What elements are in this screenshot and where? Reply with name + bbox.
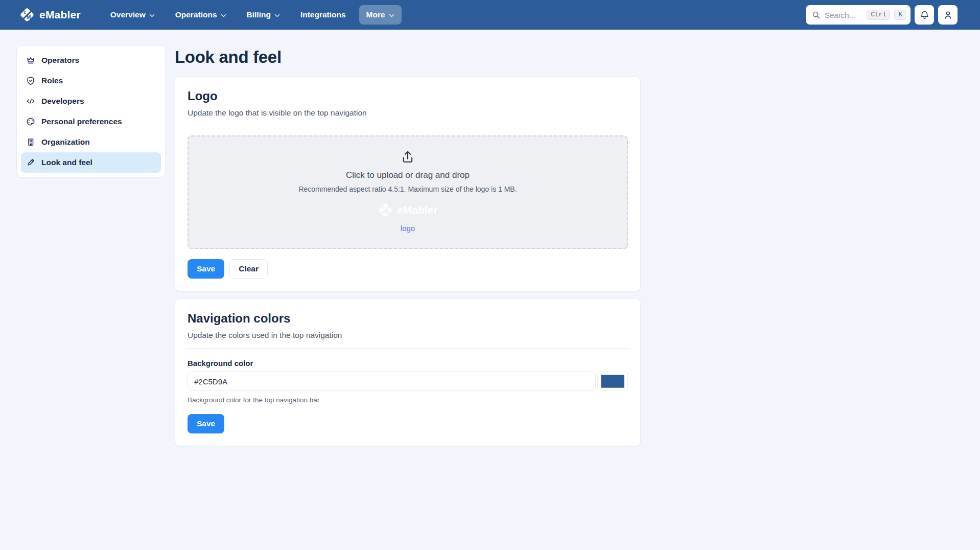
- palette-icon: [26, 117, 35, 126]
- color-picker[interactable]: [597, 372, 628, 391]
- divider: [188, 348, 628, 349]
- brand-name: eMabler: [39, 9, 81, 21]
- sidebar-item-look-and-feel[interactable]: Look and feel: [21, 152, 161, 173]
- nav-item-operations[interactable]: Operations: [168, 5, 234, 25]
- emabler-logo-icon: e M: [19, 7, 35, 22]
- background-color-label: Background color: [188, 359, 628, 368]
- background-color-input[interactable]: [188, 372, 596, 391]
- logo-card-subtitle: Update the logo that is visible on the t…: [188, 108, 628, 118]
- sidebar-item-label: Personal preferences: [41, 117, 122, 126]
- settings-sidebar: Operators Roles Developers Personal pref…: [16, 45, 166, 177]
- shortcut-key-ctrl: Ctrl: [867, 10, 890, 20]
- sidebar-item-label: Developers: [41, 97, 84, 106]
- logo-dropzone[interactable]: Click to upload or drag and drop Recomme…: [188, 135, 628, 249]
- preview-brand-name: eMabler: [397, 204, 437, 216]
- dropzone-hint-text: Recommended aspect ratio 4.5:1. Maximum …: [298, 185, 517, 193]
- logo-card-title: Logo: [188, 89, 628, 103]
- paintbrush-icon: [26, 158, 35, 167]
- shield-check-icon: [26, 76, 35, 85]
- sidebar-item-developers[interactable]: Developers: [21, 91, 161, 111]
- divider: [188, 126, 628, 126]
- logo-file-link[interactable]: logo: [401, 224, 415, 233]
- nav-item-integrations[interactable]: Integrations: [293, 5, 353, 25]
- nav-item-billing[interactable]: Billing: [240, 5, 287, 25]
- navigation-colors-card: Navigation colors Update the colors used…: [175, 299, 641, 446]
- search-input[interactable]: [825, 11, 862, 19]
- main-content: Look and feel Logo Update the logo that …: [175, 45, 641, 453]
- sidebar-item-organization[interactable]: Organization: [21, 132, 161, 152]
- building-icon: [26, 138, 35, 147]
- user-icon: [943, 10, 953, 20]
- chevron-down-icon: [221, 14, 226, 17]
- colors-card-title: Navigation colors: [188, 311, 628, 326]
- sidebar-item-label: Organization: [41, 138, 90, 147]
- chevron-down-icon: [389, 14, 394, 17]
- main-menu: Overview Operations Billing Integrations…: [103, 5, 402, 25]
- account-button[interactable]: [938, 5, 958, 25]
- emabler-logo-icon: e M: [378, 202, 393, 218]
- sidebar-item-label: Operators: [41, 56, 79, 65]
- crown-icon: [26, 56, 35, 65]
- color-swatch: [601, 375, 624, 388]
- notifications-button[interactable]: [915, 5, 934, 25]
- sidebar-item-operators[interactable]: Operators: [21, 50, 161, 71]
- search-icon: [812, 11, 821, 19]
- sidebar-item-label: Roles: [41, 76, 63, 85]
- search-box[interactable]: Ctrl K: [806, 5, 911, 25]
- colors-save-button[interactable]: Save: [188, 414, 224, 433]
- chevron-down-icon: [274, 14, 280, 17]
- code-icon: [26, 97, 35, 106]
- sidebar-item-roles[interactable]: Roles: [21, 71, 161, 91]
- top-navigation: e M eMabler Overview Operations Billing …: [0, 0, 980, 30]
- brand[interactable]: e M eMabler: [19, 7, 81, 22]
- chevron-down-icon: [149, 14, 155, 17]
- background-color-help: Background color for the top navigation …: [188, 396, 628, 404]
- logo-clear-button[interactable]: Clear: [229, 259, 268, 279]
- sidebar-item-label: Look and feel: [41, 158, 92, 167]
- nav-item-overview[interactable]: Overview: [103, 5, 162, 25]
- current-logo-preview: e M eMabler: [378, 202, 437, 218]
- shortcut-key-k: K: [894, 10, 906, 20]
- page-title: Look and feel: [175, 48, 641, 67]
- dropzone-main-text: Click to upload or drag and drop: [346, 170, 470, 180]
- logo-card: Logo Update the logo that is visible on …: [175, 76, 641, 291]
- logo-save-button[interactable]: Save: [188, 259, 224, 279]
- colors-card-subtitle: Update the colors used in the top naviga…: [188, 331, 628, 340]
- upload-icon: [401, 150, 415, 164]
- nav-item-more[interactable]: More: [359, 5, 402, 25]
- sidebar-item-personal-preferences[interactable]: Personal preferences: [21, 111, 161, 132]
- bell-icon: [920, 10, 929, 20]
